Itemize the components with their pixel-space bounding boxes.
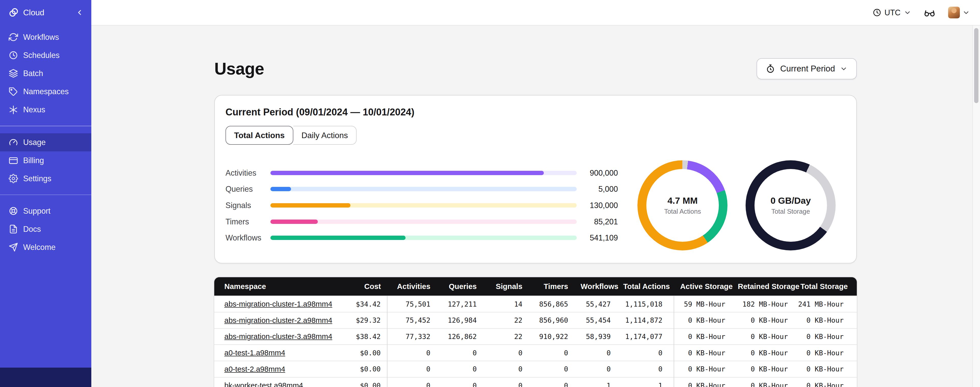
sidebar-item-docs[interactable]: Docs: [0, 220, 91, 238]
table-header-row: NamespaceCostActivitiesQueriesSignalsTim…: [214, 277, 857, 296]
bar-label: Queries: [226, 185, 270, 194]
bar-track: [270, 187, 577, 191]
card-title: Current Period (09/01/2024 — 10/01/2024): [226, 107, 846, 118]
namespace-cell: a0-test-1.a98mm4: [214, 345, 343, 361]
cell-total-storage: 241 MB-Hour: [794, 296, 857, 312]
billing-icon: [9, 156, 18, 165]
sidebar-item-support[interactable]: Support: [0, 202, 91, 220]
cell-signals: 0: [483, 377, 528, 387]
column-header-timers: Timers: [529, 277, 574, 296]
schedules-icon: [9, 51, 18, 60]
cell-signals: 22: [483, 312, 528, 329]
bar-value: 541,109: [577, 233, 618, 242]
sidebar-item-namespaces[interactable]: Namespaces: [0, 82, 91, 101]
sidebar-nav: WorkflowsSchedulesBatchNamespacesNexus U…: [0, 25, 91, 256]
cell-signals: 0: [483, 361, 528, 377]
bar-label: Workflows: [226, 233, 270, 242]
bar-track: [270, 219, 577, 224]
bar-track: [270, 203, 577, 208]
sidebar-item-nexus[interactable]: Nexus: [0, 101, 91, 119]
cell-activities: 0: [387, 377, 437, 387]
sidebar-item-welcome[interactable]: Welcome: [0, 238, 91, 256]
table-row: a0-test-1.a98mm4$0.000000000 KB-Hour0 KB…: [214, 345, 857, 361]
table-row: a0-test-2.a98mm4$0.000000000 KB-Hour0 KB…: [214, 361, 857, 377]
sidebar-item-label: Welcome: [23, 243, 56, 252]
cell-timers: 0: [529, 377, 574, 387]
namespaces-icon: [9, 87, 18, 96]
cell-cost: $38.42: [343, 329, 387, 345]
total-storage-caption: Total Storage: [772, 208, 810, 215]
sidebar-item-label: Batch: [23, 69, 43, 78]
namespace-link[interactable]: a0-test-2.a98mm4: [224, 365, 285, 373]
cell-total-storage: 0 KB-Hour: [794, 312, 857, 329]
brand-label: Cloud: [23, 8, 45, 18]
clock-icon: [873, 8, 881, 17]
column-header-cost: Cost: [343, 277, 387, 296]
cell-active-storage: 59 MB-Hour: [674, 296, 732, 312]
app-window: Cloud WorkflowsSchedulesBatchNamespacesN…: [0, 0, 980, 387]
sidebar-item-settings[interactable]: Settings: [0, 170, 91, 188]
donut-center: 0 GB/Day Total Storage: [754, 169, 827, 241]
bar-fill: [270, 187, 291, 191]
chevron-down-icon: [963, 9, 970, 16]
cell-active-storage: 0 KB-Hour: [674, 312, 732, 329]
sidebar-item-batch[interactable]: Batch: [0, 64, 91, 82]
cell-signals: 22: [483, 329, 528, 345]
usage-bar-row-activities: Activities900,000: [226, 165, 618, 181]
cell-retained-storage: 0 KB-Hour: [732, 345, 794, 361]
cell-total-actions: 1,174,077: [617, 329, 674, 345]
nexus-icon: [9, 105, 18, 115]
cell-queries: 126,862: [437, 329, 483, 345]
column-header-active-storage: Active Storage: [674, 277, 732, 296]
sidebar-item-schedules[interactable]: Schedules: [0, 46, 91, 64]
cell-workflows: 0: [574, 345, 617, 361]
namespace-link[interactable]: abs-migration-cluster-3.a98mm4: [224, 332, 332, 341]
sidebar-item-usage[interactable]: Usage: [0, 133, 91, 151]
workflows-icon: [9, 32, 18, 42]
namespace-link[interactable]: a0-test-1.a98mm4: [224, 349, 285, 357]
table-row: abs-migration-cluster-3.a98mm4$38.4277,3…: [214, 329, 857, 345]
sidebar-item-label: Namespaces: [23, 87, 69, 96]
namespace-link[interactable]: abs-migration-cluster-2.a98mm4: [224, 316, 332, 325]
vertical-scrollbar[interactable]: [972, 26, 980, 387]
cell-active-storage: 0 KB-Hour: [674, 361, 732, 377]
main-area: UTC Usage Current Period: [91, 0, 980, 387]
tab-total-actions[interactable]: Total Actions: [226, 126, 293, 145]
cell-retained-storage: 0 KB-Hour: [732, 377, 794, 387]
sidebar-collapse-button[interactable]: [75, 8, 84, 17]
cell-total-actions: 0: [617, 345, 674, 361]
scrollbar-thumb[interactable]: [974, 28, 978, 103]
cell-queries: 127,211: [437, 296, 483, 312]
cell-total-storage: 0 KB-Hour: [794, 345, 857, 361]
account-menu[interactable]: [948, 6, 970, 19]
tab-daily-actions[interactable]: Daily Actions: [293, 126, 356, 145]
cell-total-actions: 1,115,018: [617, 296, 674, 312]
actions-tabs: Total ActionsDaily Actions: [226, 126, 356, 145]
timezone-selector[interactable]: UTC: [873, 8, 911, 17]
namespace-link[interactable]: bk-worker-test.a98mm4: [224, 381, 303, 387]
cell-active-storage: 0 KB-Hour: [674, 377, 732, 387]
cell-activities: 0: [387, 345, 437, 361]
namespace-link[interactable]: abs-migration-cluster-1.a98mm4: [224, 300, 332, 308]
usage-summary-card: Current Period (09/01/2024 — 10/01/2024)…: [214, 95, 857, 263]
cell-total-actions: 1,114,872: [617, 312, 674, 329]
sidebar-item-label: Support: [23, 206, 51, 216]
cell-timers: 0: [529, 345, 574, 361]
period-selector-button[interactable]: Current Period: [757, 58, 857, 79]
sidebar-divider: [0, 195, 91, 195]
support-icon: [9, 206, 18, 216]
chevron-down-icon: [904, 9, 911, 16]
total-actions-value: 4.7 MM: [668, 195, 698, 206]
bar-fill: [270, 219, 318, 224]
sidebar-item-workflows[interactable]: Workflows: [0, 28, 91, 46]
temporal-logo-icon: [9, 7, 19, 18]
namespace-usage-table: NamespaceCostActivitiesQueriesSignalsTim…: [214, 277, 857, 387]
glasses-icon[interactable]: [924, 6, 935, 19]
cell-timers: 856,960: [529, 312, 574, 329]
cell-retained-storage: 0 KB-Hour: [732, 361, 794, 377]
column-header-queries: Queries: [437, 277, 483, 296]
total-storage-value: 0 GB/Day: [771, 195, 811, 206]
cell-workflows: 0: [574, 361, 617, 377]
sidebar-item-billing[interactable]: Billing: [0, 151, 91, 170]
period-selector-label: Current Period: [780, 64, 835, 74]
